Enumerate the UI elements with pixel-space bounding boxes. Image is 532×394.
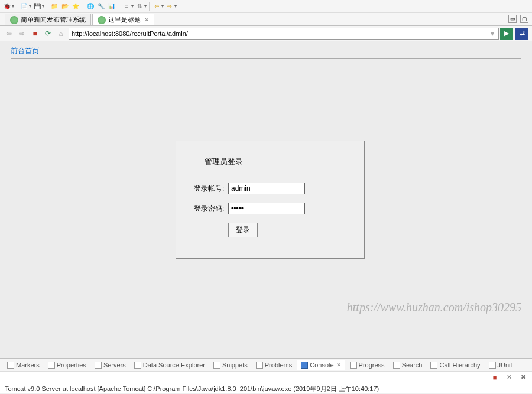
tab-callhierarchy[interactable]: Call Hierarchy: [427, 360, 484, 370]
browser-viewport: 前台首页 管理员登录 登录帐号: 登录密码: 登录 https://www.hu…: [0, 41, 532, 358]
problems-icon: [256, 362, 263, 369]
globe-icon[interactable]: 🌐: [86, 2, 95, 11]
datasource-icon: [134, 362, 141, 369]
globe-icon: [98, 16, 106, 24]
refresh-icon[interactable]: ⟳: [43, 28, 53, 39]
markers-icon: [7, 362, 14, 369]
remove-icon[interactable]: ✕: [505, 373, 513, 382]
stop-icon[interactable]: ■: [30, 28, 40, 39]
close-icon[interactable]: ✕: [144, 17, 149, 23]
servers-icon: [95, 362, 102, 369]
tab-label: 简单新闻发布管理系统: [21, 15, 86, 24]
tool-icon[interactable]: 🔧: [96, 2, 106, 11]
console-toolbar: ■ ✕ ✖: [0, 371, 532, 383]
callhierarchy-icon: [430, 362, 437, 369]
back-arrow-icon[interactable]: ⇦: [152, 2, 161, 11]
tab-title-page[interactable]: 这里是标题 ✕: [92, 14, 154, 25]
main-toolbar: 🐞▾ 📄▾ 💾▾ 📁 📂 ⭐ 🌐 🔧 📊 ≡▾ ⇅▾ ⇦▾ ⇨▾: [0, 0, 532, 13]
folder-icon[interactable]: 📁: [50, 2, 59, 11]
tab-servers[interactable]: Servers: [91, 360, 129, 370]
editor-tab-bar: 简单新闻发布管理系统 这里是标题 ✕ ▭ ▢: [0, 13, 532, 26]
globe-icon: [10, 16, 18, 24]
admin-login-form: 管理员登录 登录帐号: 登录密码: 登录: [176, 141, 365, 259]
tab-properties[interactable]: Properties: [44, 360, 90, 370]
login-title: 管理员登录: [205, 157, 346, 167]
tab-window-controls: ▭ ▢: [508, 15, 528, 23]
star-icon[interactable]: ⭐: [71, 2, 80, 11]
username-label: 登录帐号:: [194, 184, 228, 194]
minimize-icon[interactable]: ▭: [508, 15, 517, 23]
url-input[interactable]: [69, 28, 499, 40]
password-label: 登录密码:: [194, 204, 228, 214]
console-icon: [301, 362, 308, 369]
tab-progress[interactable]: Progress: [346, 360, 388, 370]
frontend-home-link[interactable]: 前台首页: [11, 47, 39, 55]
tab-problems[interactable]: Problems: [252, 360, 296, 370]
bottom-view-tabs: Markers Properties Servers Data Source E…: [0, 358, 532, 371]
save-icon[interactable]: 💾: [33, 2, 42, 11]
tab-junit[interactable]: JUnit: [485, 360, 516, 370]
browser-address-bar: ⇦ ⇨ ■ ⟳ ⌂ ▾ ▶ ⇄: [0, 26, 532, 41]
divider: [11, 58, 521, 59]
console-status: Tomcat v9.0 Server at localhost [Apache …: [0, 383, 532, 393]
forward-icon[interactable]: ⇨: [17, 28, 27, 39]
snippets-icon: [213, 362, 220, 369]
sort-icon[interactable]: ⇅: [135, 2, 144, 11]
login-button[interactable]: 登录: [228, 223, 258, 237]
tab-label: 这里是标题: [108, 15, 141, 24]
list-icon[interactable]: ≡: [122, 2, 131, 11]
dropdown-icon[interactable]: ▾: [487, 28, 498, 39]
new-icon[interactable]: 📄: [20, 2, 29, 11]
tab-news-system[interactable]: 简单新闻发布管理系统: [5, 14, 91, 25]
bug-icon[interactable]: 🐞: [2, 2, 12, 11]
progress-icon: [350, 362, 357, 369]
browser-switch-button[interactable]: ⇄: [515, 28, 528, 40]
properties-icon: [48, 362, 55, 369]
remove-all-icon[interactable]: ✖: [519, 373, 527, 382]
home-icon[interactable]: ⌂: [56, 28, 66, 39]
tab-search[interactable]: Search: [390, 360, 426, 370]
back-icon[interactable]: ⇦: [4, 28, 14, 39]
watermark-text: https://www.huzhan.com/ishop30295: [347, 301, 521, 314]
close-icon[interactable]: ✕: [336, 362, 341, 368]
terminate-icon[interactable]: ■: [491, 373, 499, 382]
tree-icon[interactable]: 📊: [107, 2, 116, 11]
search-icon: [393, 362, 400, 369]
junit-icon: [489, 362, 496, 369]
maximize-icon[interactable]: ▢: [520, 15, 528, 23]
fwd-arrow-icon[interactable]: ⇨: [165, 2, 174, 11]
username-input[interactable]: [228, 183, 305, 194]
tab-console[interactable]: Console✕: [297, 360, 345, 370]
tab-markers[interactable]: Markers: [4, 360, 43, 370]
go-button[interactable]: ▶: [500, 28, 513, 40]
tab-datasource[interactable]: Data Source Explorer: [131, 360, 209, 370]
tab-snippets[interactable]: Snippets: [210, 360, 251, 370]
password-input[interactable]: [228, 203, 305, 214]
open-icon[interactable]: 📂: [60, 2, 70, 11]
